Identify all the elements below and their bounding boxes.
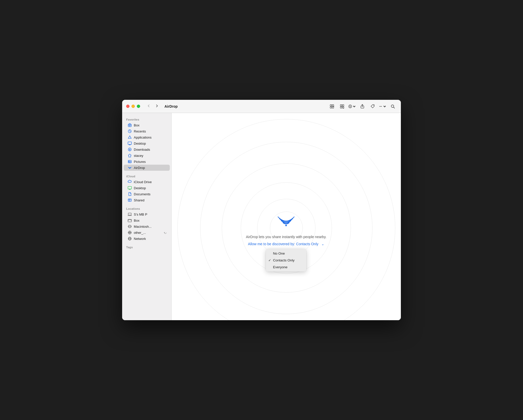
sidebar-item-macintosh-label: Macintosh... — [134, 225, 152, 228]
nav-buttons — [145, 103, 160, 109]
sidebar-item-pictures[interactable]: Pictures — [124, 159, 170, 165]
sidebar-item-network[interactable]: Network — [124, 236, 170, 242]
svg-rect-2 — [330, 107, 332, 108]
discover-dropdown: No One Contacts Only Everyone — [266, 249, 306, 272]
sidebar-item-recents-label: Recents — [134, 129, 146, 133]
home-icon — [128, 154, 132, 158]
discover-value: Contacts Only — [296, 242, 319, 246]
content-area: AirDrop lets you share instantly with pe… — [172, 113, 401, 320]
box-icon — [128, 123, 132, 127]
sidebar-item-network-label: Network — [134, 237, 146, 241]
pictures-icon — [128, 160, 132, 164]
traffic-lights — [126, 105, 140, 108]
sidebar-item-airdrop-label: AirDrop — [134, 166, 145, 170]
svg-rect-31 — [128, 186, 132, 189]
svg-point-9 — [349, 106, 350, 106]
grid-view-button[interactable] — [328, 103, 336, 110]
locations-label: Locations — [122, 205, 171, 211]
share-button[interactable] — [358, 103, 366, 110]
sidebar-item-downloads[interactable]: Downloads — [124, 146, 170, 152]
svg-point-14 — [380, 106, 381, 107]
applications-icon — [128, 135, 132, 139]
airdrop-main-icon — [277, 213, 295, 232]
close-button[interactable] — [126, 105, 129, 108]
sidebar: Favorites Box Recents Applications — [122, 113, 172, 320]
forward-button[interactable] — [153, 103, 160, 109]
sidebar-item-icloud-desktop-label: Desktop — [134, 186, 146, 190]
main-layout: Favorites Box Recents Applications — [122, 113, 401, 320]
sidebar-item-documents[interactable]: Documents — [124, 191, 170, 197]
sidebar-item-box-loc[interactable]: Box — [124, 217, 170, 223]
svg-point-12 — [373, 105, 374, 105]
discover-link[interactable]: Allow me to be discovered by: Contacts O… — [248, 242, 325, 246]
hdd-icon — [128, 224, 132, 228]
sidebar-item-other-label: other_... — [134, 231, 146, 235]
group-by-button[interactable] — [338, 103, 346, 110]
icloud-drive-icon — [128, 180, 132, 184]
svg-rect-34 — [128, 199, 131, 201]
documents-icon — [128, 192, 132, 196]
back-button[interactable] — [145, 103, 152, 109]
sidebar-item-desktop[interactable]: Desktop — [124, 140, 170, 146]
tag-button[interactable] — [368, 103, 377, 110]
svg-point-13 — [379, 106, 380, 107]
maximize-button[interactable] — [137, 105, 140, 108]
center-content: AirDrop lets you share instantly with pe… — [246, 213, 326, 272]
sidebar-item-recents[interactable]: Recents — [124, 128, 170, 134]
laptop-icon — [128, 212, 132, 216]
downloads-icon — [128, 147, 132, 151]
sidebar-item-box[interactable]: Box — [124, 122, 170, 128]
more-button[interactable] — [379, 103, 387, 110]
dropdown-item-everyone-label: Everyone — [273, 265, 287, 269]
sidebar-item-box-label: Box — [134, 123, 139, 127]
toolbar-right — [328, 103, 397, 110]
search-button[interactable] — [389, 103, 397, 110]
svg-rect-23 — [128, 142, 132, 144]
sidebar-item-documents-label: Documents — [134, 192, 151, 196]
sidebar-item-other[interactable]: other_... — [124, 230, 170, 236]
sidebar-item-shared[interactable]: Shared — [124, 197, 170, 203]
sidebar-item-applications[interactable]: Applications — [124, 134, 170, 140]
dropdown-item-everyone[interactable]: Everyone — [266, 264, 306, 271]
sidebar-item-icloud-desktop[interactable]: Desktop — [124, 185, 170, 191]
sidebar-item-macintosh[interactable]: Macintosh... — [124, 223, 170, 230]
svg-point-8 — [349, 105, 352, 108]
favorites-label: Favorites — [122, 116, 171, 122]
box-loc-icon — [128, 218, 132, 222]
sidebar-item-shared-label: Shared — [134, 198, 144, 202]
dropdown-item-contacts-only[interactable]: Contacts Only — [266, 257, 306, 264]
status-button[interactable] — [348, 103, 356, 110]
sidebar-item-desktop-label: Desktop — [134, 142, 146, 145]
sync-icon — [164, 231, 167, 234]
sidebar-item-downloads-label: Downloads — [134, 148, 150, 151]
svg-rect-5 — [342, 105, 344, 106]
sidebar-item-airdrop[interactable]: AirDrop — [124, 165, 170, 171]
dropdown-item-contacts-only-label: Contacts Only — [273, 258, 294, 262]
svg-point-48 — [285, 225, 287, 226]
sidebar-item-icloud-drive-label: iCloud Drive — [134, 180, 152, 184]
icloud-label: iCloud — [122, 173, 171, 179]
sidebar-item-stacey-label: stacey — [134, 154, 143, 158]
desktop-icon — [128, 141, 132, 145]
svg-rect-6 — [340, 107, 342, 108]
sidebar-item-icloud-drive[interactable]: iCloud Drive — [124, 179, 170, 185]
titlebar: AirDrop — [122, 100, 401, 113]
airdrop-sidebar-icon — [128, 166, 132, 170]
svg-point-10 — [350, 106, 351, 106]
sidebar-item-mb-pro[interactable]: S's MB P — [124, 211, 170, 217]
sidebar-item-stacey[interactable]: stacey — [124, 152, 170, 159]
tags-label: Tags — [122, 244, 171, 250]
svg-rect-0 — [330, 105, 332, 106]
svg-point-15 — [381, 106, 382, 107]
network-icon — [128, 237, 132, 241]
window-title: AirDrop — [164, 104, 328, 108]
svg-rect-39 — [128, 219, 132, 222]
airdrop-description: AirDrop lets you share instantly with pe… — [246, 235, 326, 239]
minimize-button[interactable] — [132, 105, 135, 108]
discover-arrow: ⌄ — [321, 242, 324, 246]
sidebar-item-mb-pro-label: S's MB P — [134, 213, 147, 216]
svg-rect-4 — [340, 105, 342, 106]
dropdown-item-no-one-label: No One — [273, 252, 285, 255]
sidebar-item-pictures-label: Pictures — [134, 160, 146, 164]
dropdown-item-no-one[interactable]: No One — [266, 250, 306, 257]
